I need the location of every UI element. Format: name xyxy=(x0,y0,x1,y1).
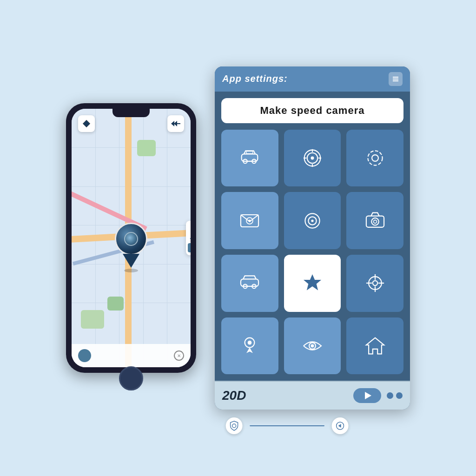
dot-indicator-2 xyxy=(396,392,403,399)
icon-cell-target2[interactable] xyxy=(284,192,341,249)
phone-home-button[interactable] xyxy=(119,366,143,390)
icon-cell-mail[interactable] xyxy=(221,192,278,249)
svg-point-42 xyxy=(311,344,314,348)
settings-bottom: 20D xyxy=(215,381,410,410)
svg-point-13 xyxy=(311,157,314,160)
bottom-badge: 20D xyxy=(222,388,246,403)
play-button[interactable] xyxy=(353,388,381,403)
svg-marker-43 xyxy=(366,338,384,354)
bottom-x-btn[interactable]: ✕ xyxy=(174,350,184,361)
main-container: ◀ ✕ App settings: Make xyxy=(15,66,461,410)
settings-title: App settings: xyxy=(222,73,288,84)
svg-point-28 xyxy=(373,220,377,223)
svg-point-44 xyxy=(232,424,236,428)
deco-back-icon[interactable] xyxy=(332,417,349,434)
svg-rect-10 xyxy=(246,151,253,153)
icon-cell-pin[interactable] xyxy=(221,317,278,375)
dots-group xyxy=(387,392,403,399)
bottom-circle-btn[interactable] xyxy=(78,349,91,362)
icon-cell-target[interactable] xyxy=(284,130,341,187)
settings-close-button[interactable] xyxy=(389,72,403,86)
play-btn-container xyxy=(353,388,403,403)
map-pin xyxy=(115,223,147,272)
phone: ◀ ✕ xyxy=(66,103,196,373)
svg-point-25 xyxy=(311,219,313,222)
svg-point-40 xyxy=(248,341,252,345)
deco-shield-icon xyxy=(226,417,243,434)
phone-bottom-bar: ✕ xyxy=(72,344,191,367)
speed-camera-button[interactable]: Make speed camera xyxy=(221,98,403,123)
svg-point-18 xyxy=(372,155,378,161)
icon-cell-car[interactable] xyxy=(221,130,278,187)
icon-cell-eye[interactable] xyxy=(284,317,341,375)
side-arrow-btn[interactable]: ◀ xyxy=(188,243,191,252)
svg-marker-32 xyxy=(304,274,321,291)
svg-point-19 xyxy=(368,151,382,165)
play-triangle-icon xyxy=(365,392,371,399)
svg-marker-46 xyxy=(338,424,341,428)
icon-cell-gear[interactable] xyxy=(346,130,403,187)
svg-marker-3 xyxy=(174,121,177,126)
map-back-icon[interactable] xyxy=(167,115,184,132)
phone-screen: ◀ ✕ xyxy=(72,109,191,367)
svg-point-34 xyxy=(372,281,377,285)
bottom-decoration xyxy=(226,417,349,434)
icon-grid xyxy=(215,130,410,381)
svg-rect-4 xyxy=(393,77,398,78)
icon-cell-crosshair[interactable] xyxy=(346,255,403,312)
svg-point-27 xyxy=(371,218,379,225)
phone-notch xyxy=(112,109,150,117)
side-diamond xyxy=(190,236,191,241)
icon-cell-star[interactable] xyxy=(284,255,341,312)
svg-point-22 xyxy=(249,219,251,222)
settings-panel: App settings: Make speed camera xyxy=(215,66,410,410)
map-diamond-icon[interactable] xyxy=(78,115,95,132)
icon-cell-home[interactable] xyxy=(346,317,403,375)
icon-cell-camera[interactable] xyxy=(346,192,403,249)
svg-rect-5 xyxy=(393,79,398,79)
dot-indicator-1 xyxy=(387,392,393,399)
side-controls: ◀ xyxy=(186,221,191,255)
map-area: ◀ ✕ xyxy=(72,109,191,367)
icon-cell-car2[interactable] xyxy=(221,255,278,312)
deco-line xyxy=(250,425,324,426)
svg-marker-0 xyxy=(83,120,90,127)
settings-header: App settings: xyxy=(215,66,410,92)
svg-rect-6 xyxy=(393,80,398,81)
